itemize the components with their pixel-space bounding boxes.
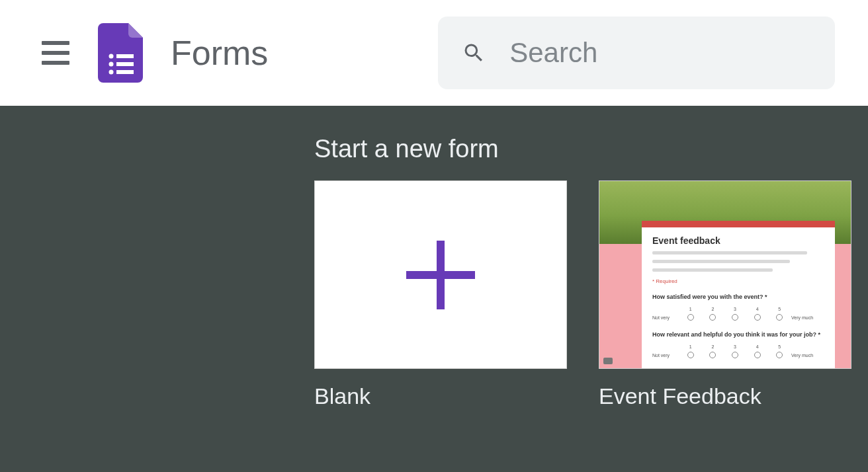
preview-required-label: * Required [652, 278, 824, 284]
template-gallery: Start a new form Blank Event feedback * … [0, 106, 868, 472]
template-thumb-event-feedback: Event feedback * Required How satisfied … [599, 180, 851, 369]
svg-point-0 [109, 54, 114, 59]
svg-point-1 [109, 62, 114, 67]
template-thumb-blank [314, 180, 567, 369]
preview-scale: 1 2 3 4 5 Not very Very much [652, 344, 824, 360]
template-card-blank[interactable]: Blank [314, 180, 567, 409]
svg-rect-4 [116, 62, 134, 66]
search-input[interactable] [509, 37, 811, 69]
template-cards: Blank Event feedback * Required How sati… [314, 180, 868, 409]
search-icon [462, 39, 486, 67]
menu-icon [42, 41, 69, 45]
preview-question: How satisfied were you with the event? * [652, 294, 824, 300]
template-preview-sheet: Event feedback * Required How satisfied … [642, 221, 835, 369]
template-label: Event Feedback [599, 383, 851, 409]
preview-form-title: Event feedback [652, 235, 824, 246]
svg-rect-3 [116, 54, 134, 58]
preview-question: How relevant and helpful do you think it… [652, 331, 824, 338]
section-heading: Start a new form [314, 135, 868, 163]
svg-rect-5 [116, 70, 134, 74]
plus-icon [406, 241, 475, 309]
preview-scale: 1 2 3 4 5 Not very Very much [652, 307, 824, 322]
search-bar[interactable] [438, 17, 835, 89]
forms-logo-icon[interactable] [98, 23, 143, 83]
menu-button[interactable] [40, 37, 71, 69]
app-title: Forms [171, 33, 268, 73]
template-label: Blank [314, 383, 567, 409]
svg-point-2 [109, 70, 114, 75]
template-card-event-feedback[interactable]: Event feedback * Required How satisfied … [599, 180, 851, 409]
app-header: Forms [0, 0, 868, 106]
